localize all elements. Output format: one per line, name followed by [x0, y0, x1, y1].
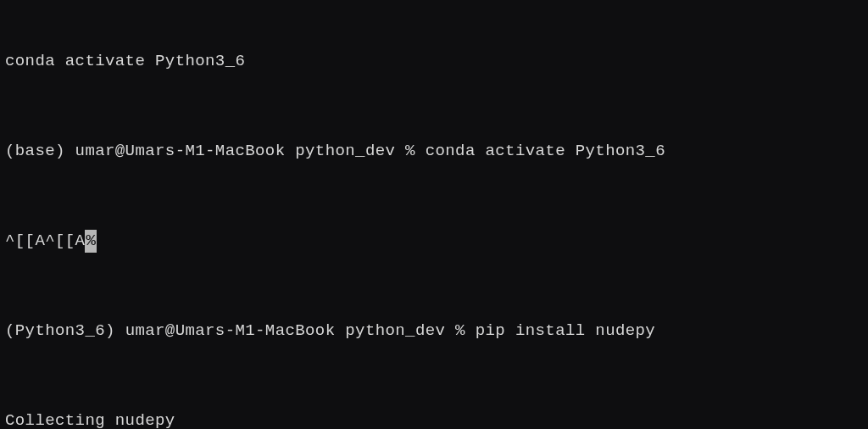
terminal-line: ^[[A^[[A%: [5, 230, 863, 253]
prompt-path: python_dev: [345, 321, 445, 340]
prompt-sep: %: [395, 142, 425, 160]
escape-seq: ^[[A^[[A: [5, 231, 85, 250]
shell-command: conda activate Python3_6: [426, 142, 665, 160]
terminal-line: (Python3_6) umar@Umars-M1-MacBook python…: [5, 320, 863, 343]
reverse-video-char: %: [85, 230, 97, 253]
prompt-env: (base): [5, 142, 65, 160]
prompt-env: (Python3_6): [5, 321, 115, 340]
prompt-sep: %: [445, 321, 475, 340]
terminal-line: (base) umar@Umars-M1-MacBook python_dev …: [5, 140, 863, 163]
prompt-userhost: umar@Umars-M1-MacBook: [65, 142, 295, 160]
terminal-line: conda activate Python3_6: [5, 50, 863, 73]
terminal-output[interactable]: conda activate Python3_6 (base) umar@Uma…: [0, 0, 868, 429]
prompt-userhost: umar@Umars-M1-MacBook: [115, 321, 345, 340]
shell-command: pip install nudepy: [476, 321, 655, 340]
terminal-line: Collecting nudepy: [5, 410, 863, 429]
prompt-path: python_dev: [295, 142, 395, 160]
